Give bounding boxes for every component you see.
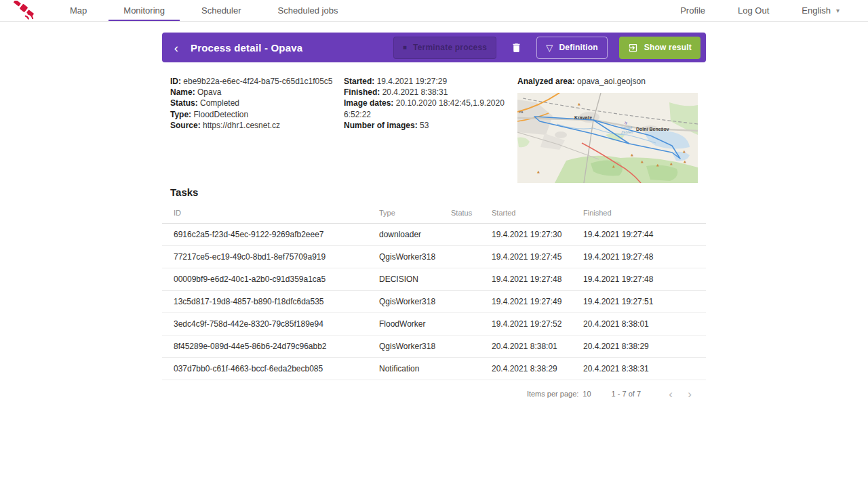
table-cell-finished: 19.4.2021 19:27:51: [583, 297, 706, 306]
table-cell-finished: 20.4.2021 8:38:29: [583, 342, 706, 351]
table-cell-id: 037d7bb0-c61f-4663-bccf-6eda2becb085: [174, 364, 379, 373]
nav-link-log-out[interactable]: Log Out: [722, 5, 785, 16]
pagination-range-label: 1 - 7 of 7: [612, 390, 641, 398]
tasks-table: IDTypeStatusStartedFinished 6916c2a5-f23…: [162, 202, 706, 407]
table-cell-finished: 19.4.2021 19:27:48: [583, 252, 706, 262]
table-cell-id: 8f45289e-089d-44e5-86b6-24d79c96abb2: [174, 342, 379, 351]
detail-value: 19.4.2021 19:27:29: [377, 77, 447, 86]
definition-button[interactable]: ▽ Definition: [536, 37, 608, 59]
column-header-started: Started: [492, 209, 583, 217]
table-cell-type: QgisWorker318: [379, 342, 451, 351]
table-cell-id: 3edc4c9f-758d-442e-8320-79c85f189e94: [174, 319, 379, 329]
trash-icon: [511, 42, 522, 54]
nav-link-profile[interactable]: Profile: [664, 5, 722, 16]
svg-text:▲: ▲: [631, 152, 633, 157]
table-cell-started: 19.4.2021 19:27:30: [492, 230, 583, 239]
detail-value: FloodDetection: [193, 110, 248, 119]
analyzed-area-block: Analyzed area: opava_aoi.geojson: [517, 76, 698, 183]
table-row: 00009bf9-e6d2-40c1-a2b0-c91d359a1ca5DECI…: [162, 268, 706, 291]
detail-label: ID:: [170, 77, 181, 86]
detail-label: Analyzed area:: [517, 77, 575, 86]
nav-tab-map[interactable]: Map: [52, 0, 105, 21]
nav-link-label: Log Out: [738, 5, 769, 16]
nav-link-english[interactable]: English▾: [785, 5, 856, 16]
svg-text:▲: ▲: [612, 164, 615, 168]
detail-label: Name:: [170, 87, 195, 97]
chevron-down-icon: ▾: [836, 7, 840, 14]
svg-text:▲: ▲: [656, 163, 659, 167]
column-header-status: Status: [451, 209, 492, 217]
detail-field: Name: Opava: [170, 87, 344, 98]
detail-field: Source: https://dhr1.cesnet.cz: [170, 120, 344, 131]
table-row: 13c5d817-19d8-4857-b890-f18dfc6da535Qgis…: [162, 291, 706, 313]
detail-label: Status:: [170, 98, 198, 108]
table-pagination: Items per page: 10 1 - 7 of 7 ‹ ›: [162, 380, 706, 407]
detail-value: opava_aoi.geojson: [577, 77, 646, 86]
table-cell-type: FloodWorker: [379, 319, 451, 329]
map-label: Zábřeh: [620, 130, 633, 134]
detail-field: Status: Completed: [170, 98, 344, 108]
satellite-icon: [11, 1, 37, 20]
map-label: Letiště: [621, 125, 632, 129]
terminate-process-button[interactable]: ■ Terminate process: [393, 37, 496, 59]
column-header-type: Type: [379, 209, 451, 217]
table-cell-id: 00009bf9-e6d2-40c1-a2b0-c91d359a1ca5: [174, 274, 379, 284]
nav-link-label: Profile: [680, 5, 705, 16]
svg-text:▲: ▲: [670, 161, 673, 165]
table-cell-finished: 20.4.2021 8:38:31: [583, 364, 706, 373]
delete-process-button[interactable]: [508, 39, 525, 56]
detail-value: Completed: [200, 98, 239, 108]
show-result-label: Show result: [644, 43, 692, 52]
map-label: Dolní Benešov: [636, 127, 669, 131]
table-cell-type: QgisWorker318: [379, 252, 451, 262]
nav-tab-scheduler[interactable]: Scheduler: [183, 0, 260, 21]
show-result-button[interactable]: Show result: [619, 37, 701, 59]
svg-text:▲: ▲: [537, 169, 540, 174]
table-cell-id: 6916c2a5-f23d-45ec-9122-9269afb2eee7: [174, 230, 379, 239]
process-details: ID: ebe9b22a-e6ec-4f24-ba75-c65d1c1f05c5…: [162, 76, 706, 183]
previous-page-button[interactable]: ‹: [661, 388, 680, 400]
table-cell-started: 19.4.2021 19:27:45: [492, 252, 583, 262]
stop-icon: ■: [403, 44, 407, 51]
table-cell-started: 20.4.2021 8:38:01: [492, 342, 583, 351]
detail-label: Source:: [170, 121, 201, 130]
svg-text:▲: ▲: [683, 149, 686, 153]
detail-value: 20.4.2021 8:38:31: [382, 87, 448, 97]
detail-field: Analyzed area: opava_aoi.geojson: [517, 76, 698, 87]
definition-label: Definition: [559, 43, 597, 52]
back-button[interactable]: ‹: [162, 41, 191, 54]
detail-value: 53: [420, 121, 429, 130]
table-cell-type: downloader: [379, 230, 451, 239]
detail-field: Finished: 20.4.2021 8:38:31: [344, 87, 517, 98]
header-actions: ■ Terminate process ▽ Definition Show re…: [393, 37, 701, 59]
detail-field: Image dates: 20.10.2020 18:42:45,1.9.202…: [344, 98, 517, 119]
nav-tab-scheduled-jobs[interactable]: Scheduled jobs: [260, 0, 357, 21]
table-cell-id: 13c5d817-19d8-4857-b890-f18dfc6da535: [174, 297, 379, 306]
detail-label: Type:: [170, 110, 191, 119]
detail-field: Type: FloodDetection: [170, 109, 344, 120]
table-cell-id: 77217ce5-ec19-49c0-8bd1-8ef75709a919: [174, 252, 379, 262]
app-logo: [11, 0, 37, 21]
table-cell-started: 19.4.2021 19:27:49: [492, 297, 583, 306]
next-page-button[interactable]: ›: [680, 388, 699, 400]
table-cell-started: 20.4.2021 8:38:29: [492, 364, 583, 373]
map-label: va: [519, 110, 524, 114]
top-navbar: MapMonitoringSchedulerScheduled jobs Pro…: [0, 0, 868, 22]
items-per-page-select[interactable]: 10: [583, 390, 591, 398]
detail-field: ID: ebe9b22a-e6ec-4f24-ba75-c65d1c1f05c5: [170, 76, 344, 87]
terminate-process-label: Terminate process: [413, 43, 487, 52]
exit-to-app-icon: [628, 43, 638, 53]
column-header-finished: Finished: [583, 209, 706, 217]
svg-text:▲: ▲: [641, 159, 644, 163]
detail-label: Number of images:: [344, 121, 418, 130]
table-cell-started: 19.4.2021 19:27:48: [492, 274, 583, 284]
table-cell-finished: 19.4.2021 19:27:44: [583, 230, 706, 239]
details-left-column: ID: ebe9b22a-e6ec-4f24-ba75-c65d1c1f05c5…: [170, 76, 344, 183]
detail-field: Number of images: 53: [344, 120, 517, 131]
nav-tab-monitoring[interactable]: Monitoring: [105, 0, 183, 21]
items-per-page-label: Items per page:: [527, 390, 578, 398]
table-cell-started: 19.4.2021 19:27:52: [492, 319, 583, 329]
table-cell-type: DECISION: [379, 274, 451, 284]
detail-label: Image dates:: [344, 98, 393, 108]
table-cell-finished: 19.4.2021 19:27:48: [583, 274, 706, 284]
